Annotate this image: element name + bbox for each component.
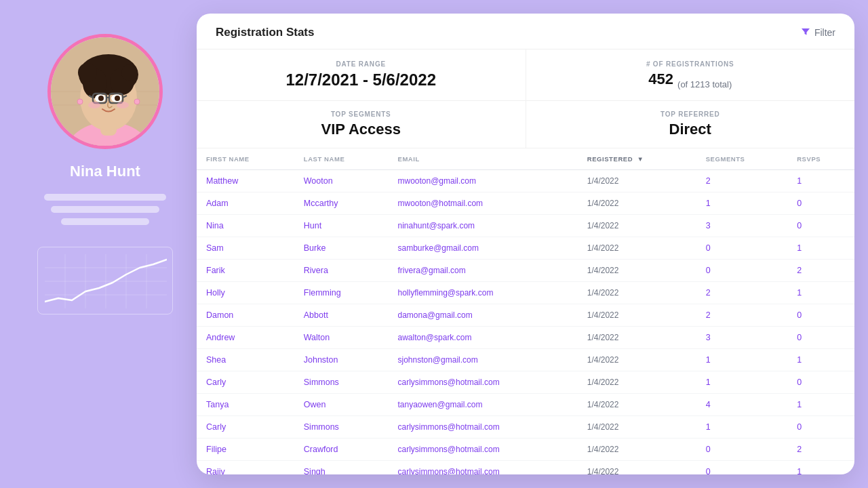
col-last-name[interactable]: LAST NAME (294, 148, 389, 170)
data-table: FIRST NAME LAST NAME EMAIL REGISTERED ▼ … (197, 148, 854, 474)
cell-registered: 1/4/2022 (578, 304, 696, 327)
cell-registered: 1/4/2022 (578, 237, 696, 260)
cell-email: awalton@spark.com (388, 327, 577, 349)
top-segments-label: TOP SEGMENTS (216, 110, 507, 118)
cell-last-name: Abbott (294, 304, 389, 327)
cell-registered: 1/4/2022 (578, 439, 696, 461)
cell-registered: 1/4/2022 (578, 215, 696, 237)
cell-email: carlysimmons@hotmail.com (388, 371, 577, 394)
svg-point-11 (98, 96, 104, 101)
cell-first-name: Adam (197, 192, 294, 215)
cell-last-name: Johnston (294, 349, 389, 371)
cell-first-name: Shea (197, 349, 294, 371)
cell-registered: 1/4/2022 (578, 394, 696, 416)
main-card: Registration Stats Filter DATE RANGE 12/… (197, 14, 854, 474)
svg-point-19 (117, 102, 129, 108)
cell-last-name: Walton (294, 327, 389, 349)
table-row[interactable]: Andrew Walton awalton@spark.com 1/4/2022… (197, 327, 854, 349)
cell-email: sjohnston@gmail.com (388, 349, 577, 371)
table-row[interactable]: Rajiv Singh carlysimmons@hotmail.com 1/4… (197, 461, 854, 474)
filter-button[interactable]: Filter (801, 27, 835, 39)
cell-first-name: Damon (197, 304, 294, 327)
cell-segments: 1 (696, 416, 788, 439)
cell-email: samburke@gmail.com (388, 237, 577, 260)
cell-last-name: Flemming (294, 282, 389, 304)
registrations-cell: # OF REGISTRANTIONS 452 (of 1213 total) (526, 49, 855, 100)
cell-email: mwooton@hotmail.com (388, 192, 577, 215)
col-segments[interactable]: SEGMENTS (696, 148, 788, 170)
skeleton-bar-3 (61, 218, 149, 225)
card-header: Registration Stats Filter (197, 14, 854, 49)
user-name-label: Nina Hunt (70, 163, 140, 180)
cell-email: mwooton@gmail.com (388, 170, 577, 192)
cell-registered: 1/4/2022 (578, 371, 696, 394)
table-row[interactable]: Damon Abbott damona@gmail.com 1/4/2022 2… (197, 304, 854, 327)
cell-first-name: Matthew (197, 170, 294, 192)
filter-icon (801, 27, 810, 39)
table-row[interactable]: Carly Simmons carlysimmons@hotmail.com 1… (197, 416, 854, 439)
cell-segments: 0 (696, 237, 788, 260)
table-row[interactable]: Tanya Owen tanyaowen@gmail.com 1/4/2022 … (197, 394, 854, 416)
svg-point-8 (121, 64, 138, 81)
cell-rsvps: 1 (787, 282, 854, 304)
cell-first-name: Nina (197, 215, 294, 237)
cell-last-name: Owen (294, 394, 389, 416)
cell-last-name: Hunt (294, 215, 389, 237)
table-row[interactable]: Carly Simmons carlysimmons@hotmail.com 1… (197, 371, 854, 394)
table-row[interactable]: Matthew Wooton mwooton@gmail.com 1/4/202… (197, 170, 854, 192)
svg-point-7 (78, 63, 97, 82)
table-row[interactable]: Nina Hunt ninahunt@spark.com 1/4/2022 3 … (197, 215, 854, 237)
col-first-name[interactable]: FIRST NAME (197, 148, 294, 170)
cell-rsvps: 2 (787, 439, 854, 461)
cell-segments: 1 (696, 349, 788, 371)
cell-segments: 2 (696, 170, 788, 192)
table-row[interactable]: Holly Flemming hollyflemming@spark.com 1… (197, 282, 854, 304)
cell-first-name: Rajiv (197, 461, 294, 474)
registrations-label: # OF REGISTRANTIONS (545, 60, 836, 68)
cell-segments: 3 (696, 327, 788, 349)
cell-first-name: Andrew (197, 327, 294, 349)
cell-rsvps: 1 (787, 170, 854, 192)
svg-point-21 (134, 99, 140, 104)
col-registered[interactable]: REGISTERED ▼ (578, 148, 696, 170)
cell-segments: 0 (696, 461, 788, 474)
cell-rsvps: 0 (787, 304, 854, 327)
cell-rsvps: 1 (787, 394, 854, 416)
cell-email: carlysimmons@hotmail.com (388, 439, 577, 461)
cell-email: hollyflemming@spark.com (388, 282, 577, 304)
table-row[interactable]: Adam Mccarthy mwooton@hotmail.com 1/4/20… (197, 192, 854, 215)
top-segments-value: VIP Access (216, 121, 507, 138)
cell-registered: 1/4/2022 (578, 170, 696, 192)
cell-last-name: Mccarthy (294, 192, 389, 215)
card-title: Registration Stats (216, 26, 314, 39)
stats-row: DATE RANGE 12/7/2021 - 5/6/2022 # OF REG… (197, 49, 854, 101)
col-email[interactable]: EMAIL (388, 148, 577, 170)
cell-registered: 1/4/2022 (578, 461, 696, 474)
cell-rsvps: 0 (787, 215, 854, 237)
table-row[interactable]: Sam Burke samburke@gmail.com 1/4/2022 0 … (197, 237, 854, 260)
cell-last-name: Simmons (294, 371, 389, 394)
col-rsvps[interactable]: RSVPS (787, 148, 854, 170)
table-row[interactable]: Filipe Crawford carlysimmons@hotmail.com… (197, 439, 854, 461)
cell-registered: 1/4/2022 (578, 416, 696, 439)
cell-email: carlysimmons@hotmail.com (388, 416, 577, 439)
top-segments-cell: TOP SEGMENTS VIP Access (197, 101, 526, 148)
registrations-value: 452 (of 1213 total) (545, 70, 836, 89)
cell-registered: 1/4/2022 (578, 349, 696, 371)
skeleton-bar-1 (44, 194, 166, 201)
cell-registered: 1/4/2022 (578, 327, 696, 349)
cell-first-name: Farik (197, 260, 294, 282)
table-row[interactable]: Farik Rivera frivera@gmail.com 1/4/2022 … (197, 260, 854, 282)
avatar-wrapper (47, 34, 163, 149)
top-referred-cell: TOP REFERRED Direct (526, 101, 855, 148)
cell-email: tanyaowen@gmail.com (388, 394, 577, 416)
cell-first-name: Tanya (197, 394, 294, 416)
cell-first-name: Carly (197, 371, 294, 394)
table-container: FIRST NAME LAST NAME EMAIL REGISTERED ▼ … (197, 148, 854, 474)
cell-rsvps: 0 (787, 416, 854, 439)
date-range-value: 12/7/2021 - 5/6/2022 (216, 70, 507, 89)
cell-email: frivera@gmail.com (388, 260, 577, 282)
cell-registered: 1/4/2022 (578, 260, 696, 282)
mini-chart (37, 247, 173, 314)
table-row[interactable]: Shea Johnston sjohnston@gmail.com 1/4/20… (197, 349, 854, 371)
